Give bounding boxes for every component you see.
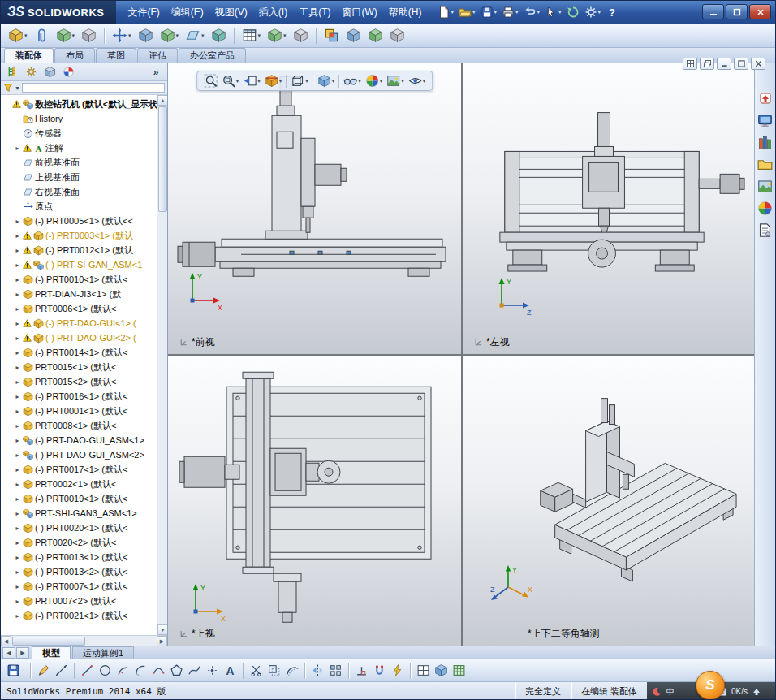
model-tabs-scroll-right-button[interactable]: ▶ <box>16 647 29 659</box>
tree-item[interactable]: ▸(-) PRT0010<1> (默认< <box>1 272 157 287</box>
tree-item[interactable]: ▸PRT0020<2> (默认< <box>1 535 157 550</box>
tab-评估[interactable]: 评估 <box>137 48 178 63</box>
dropdown-arrow-icon[interactable]: ▾ <box>279 78 282 84</box>
window-close-button[interactable] <box>749 4 771 19</box>
tree-item[interactable]: ▸(-) PRT-DAO-GUI<1> ( <box>1 316 157 331</box>
tree-item[interactable]: ▸PRT0007<2> (默认< <box>1 594 157 608</box>
dropdown-arrow-icon[interactable]: ▾ <box>258 32 261 39</box>
viewport-left-view[interactable]: Y Z *左视 <box>463 63 756 354</box>
expander-icon[interactable]: ▸ <box>14 481 21 488</box>
tree-item[interactable]: ▸(-) PRT-DAO-GUI<2> ( <box>1 331 157 345</box>
solidworks-resources-icon[interactable] <box>757 111 774 129</box>
filter-funnel-icon[interactable] <box>3 83 13 93</box>
tab-布局[interactable]: 布局 <box>54 48 95 63</box>
tree-item[interactable]: ▸(-) PRT0021<1> (默认< <box>1 608 157 623</box>
interference-detection-button[interactable] <box>321 25 342 46</box>
expander-icon[interactable]: ▸ <box>14 335 21 342</box>
expander-icon[interactable]: ▸ <box>14 568 21 576</box>
expander-icon[interactable]: ▸ <box>14 598 21 605</box>
hide-show-items-button[interactable]: ▾ <box>342 73 363 89</box>
dropdown-arrow-icon[interactable]: ▾ <box>72 32 75 39</box>
menu-item-1[interactable]: 编辑(E) <box>166 2 209 23</box>
ime-mode-indicator[interactable]: 中 <box>666 686 675 698</box>
expander-icon[interactable]: ▸ <box>14 583 21 590</box>
scroll-up-icon[interactable]: ▲ <box>157 95 167 106</box>
sketch-button[interactable] <box>35 662 52 679</box>
tree-item[interactable]: ▸(-) PRT0014<1> (默认< <box>1 345 157 360</box>
expander-icon[interactable]: ▸ <box>14 145 21 152</box>
previous-view-button[interactable]: ▾ <box>241 73 262 89</box>
options-button[interactable]: ▾ <box>583 3 603 21</box>
dropdown-arrow-icon[interactable]: ▾ <box>494 9 498 15</box>
explode-line-sketch-button[interactable] <box>291 25 311 46</box>
dropdown-arrow-icon[interactable]: ▾ <box>257 78 261 84</box>
expander-icon[interactable]: ▸ <box>14 525 21 532</box>
view-orientation-button[interactable]: ▾ <box>289 73 310 89</box>
property-manager-icon[interactable] <box>23 65 39 80</box>
select-button[interactable]: ▾ <box>543 3 563 21</box>
tree-item[interactable]: ▸(-) PRT0017<1> (默认< <box>1 462 157 477</box>
tree-item[interactable]: ▸PRT0015<1> (默认< <box>1 360 157 374</box>
polygon-button[interactable] <box>168 662 185 679</box>
move-component-button[interactable]: ▾ <box>110 25 134 46</box>
dropdown-arrow-icon[interactable]: ▾ <box>358 78 361 84</box>
section-view-button[interactable]: ▾ <box>263 73 284 89</box>
expander-icon[interactable]: ▸ <box>14 349 21 356</box>
mate-button[interactable] <box>32 25 52 46</box>
undo-button[interactable]: ▾ <box>522 3 542 21</box>
tree-item[interactable]: ▸PRT-SHI-GAN3_ASM<1> <box>1 506 157 521</box>
line-button[interactable] <box>79 662 96 679</box>
scroll-thumb[interactable] <box>12 637 85 646</box>
filter-dropdown-icon[interactable]: ▼ <box>15 85 20 91</box>
show-hidden-components-button[interactable] <box>136 25 156 46</box>
dropdown-arrow-icon[interactable]: ▾ <box>472 9 476 15</box>
mirror-entities-button[interactable] <box>309 662 326 679</box>
tree-item[interactable]: ▸(-) PRT-DAO-GUI_ASM<2> <box>1 447 157 462</box>
tree-item[interactable]: 数控钻孔机 (默认<默认_显示状 <box>1 97 157 111</box>
tree-item[interactable]: History <box>1 111 157 126</box>
rapid-sketch-button[interactable] <box>389 662 406 679</box>
tree-item[interactable]: ▸(-) PRT0001<1> (默认< <box>1 404 157 418</box>
tree-item[interactable]: ▸(-) PRT0012<1> (默认 <box>1 243 157 257</box>
window-minimize-button[interactable] <box>702 4 724 19</box>
measure-button[interactable] <box>343 25 364 46</box>
bill-of-materials-button[interactable]: ▾ <box>239 25 264 46</box>
document-maximize-button[interactable] <box>734 58 748 70</box>
new-motion-study-button[interactable] <box>209 25 229 46</box>
tree-horizontal-scrollbar[interactable]: ◀ ▶ <box>1 635 167 646</box>
dropdown-arrow-icon[interactable]: ▾ <box>451 9 455 15</box>
menu-item-6[interactable]: 帮助(H) <box>383 2 428 23</box>
insert-component-button[interactable]: ▾ <box>6 25 30 46</box>
tree-item[interactable]: 上视基准面 <box>1 170 157 184</box>
tree-item[interactable]: ▸PRT0008<1> (默认< <box>1 418 157 433</box>
new-button[interactable]: ▾ <box>436 3 456 21</box>
dropdown-arrow-icon[interactable]: ▾ <box>537 9 541 15</box>
tree-item[interactable]: ▸A注解 <box>1 140 157 155</box>
open-button[interactable]: ▾ <box>457 3 477 21</box>
model-tab-1[interactable]: 运动算例1 <box>72 646 134 659</box>
expander-icon[interactable]: ▸ <box>14 495 21 503</box>
appearances-scenes-icon[interactable] <box>757 199 774 217</box>
save-doc-button[interactable]: ▾ <box>5 662 26 679</box>
display-manager-icon[interactable] <box>60 65 76 80</box>
document-restore-button[interactable] <box>700 58 714 70</box>
model-tabs-scroll-left-button[interactable]: ◀ <box>2 647 15 659</box>
scroll-thumb[interactable] <box>158 106 167 212</box>
point-button[interactable] <box>204 662 221 679</box>
menu-item-4[interactable]: 工具(T) <box>293 2 336 23</box>
display-style-button[interactable]: ▾ <box>316 73 337 89</box>
trim-entities-button[interactable] <box>248 662 265 679</box>
dropdown-arrow-icon[interactable]: ▾ <box>401 78 404 84</box>
expander-icon[interactable]: ▸ <box>14 539 21 547</box>
tree-item[interactable]: ▸(-) PRT-DAO-GUI_ASM<1> <box>1 433 157 447</box>
smart-dimension-button[interactable] <box>53 662 70 679</box>
tree-item[interactable]: ▸PRT0006<1> (默认< <box>1 301 157 316</box>
tree-item[interactable]: ▸(-) PRT0013<1> (默认< <box>1 550 157 564</box>
tab-办公室产品[interactable]: 办公室产品 <box>179 48 246 63</box>
dropdown-arrow-icon[interactable]: ▾ <box>201 32 205 39</box>
expander-icon[interactable]: ▸ <box>14 364 21 371</box>
rebuild-button[interactable] <box>565 3 581 21</box>
configuration-manager-icon[interactable] <box>41 65 58 80</box>
expander-icon[interactable]: ▸ <box>14 276 21 283</box>
ime-skin-icon[interactable] <box>652 687 662 697</box>
